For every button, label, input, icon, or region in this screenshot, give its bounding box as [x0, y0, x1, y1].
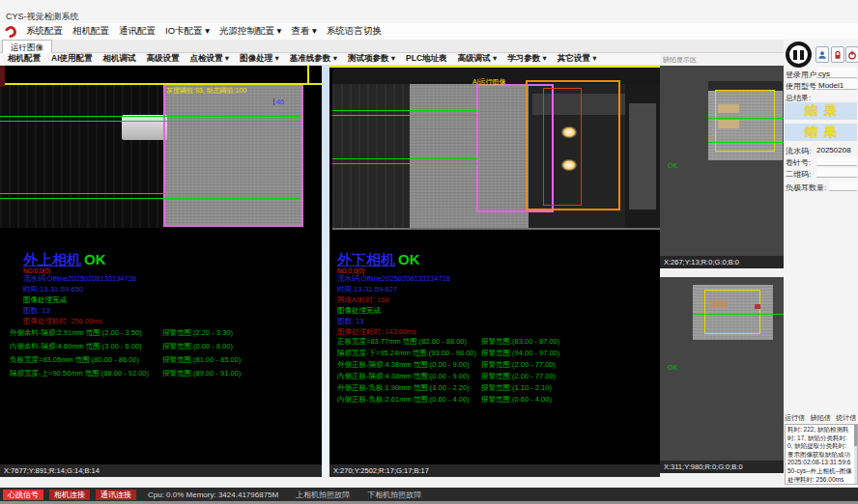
- measurement-row: 外侧正极-隔膜:4.38mm 范围:(0.00 - 9.00)报警范围:(2.0…: [337, 360, 656, 370]
- menu-item-camera-config[interactable]: 相机配置: [72, 25, 109, 38]
- measure-line: [332, 115, 477, 116]
- preview-status-overlay: OK: [668, 162, 677, 169]
- roi-rect-yellow: [704, 290, 760, 334]
- alarm-range: 报警范围:(81.00 - 85.00): [162, 355, 241, 365]
- tool-advanced-debug[interactable]: 高级调试 ▾: [458, 53, 498, 65]
- measurement-value: 外侧正极-负极:1.90mm 范围:(1.00 - 2.20): [337, 383, 470, 392]
- camera-name: 外下相机: [337, 251, 395, 267]
- cursor-readout-upper: X:7677;Y:891;R:14;G:14;B:14: [0, 464, 322, 477]
- login-user-value: cys: [818, 70, 830, 78]
- defect-mark: [755, 304, 760, 309]
- negative-tab-count-label: 负极耳数量:: [786, 182, 826, 193]
- gray-value-marker: 46: [273, 98, 284, 105]
- measurement-row: 内侧正极-负极:2.61mm 范围:(0.60 - 4.00)报警范围:(0.6…: [337, 395, 656, 405]
- cursor-readout-preview-lower: X:311;Y:980;R:0;G:0;B:0: [660, 461, 784, 473]
- lock-icon: [833, 50, 843, 60]
- pause-icon: [800, 50, 804, 60]
- measurement-row: 外侧余料-隔膜:2.91mm 范围:(2.00 - 3.50)报警范围:(2.2…: [10, 328, 319, 338]
- menu-item-view[interactable]: 查看 ▾: [291, 25, 316, 38]
- serial-label: 流水码:: [786, 146, 811, 156]
- menu-item-io-config[interactable]: IO卡配置 ▾: [165, 25, 210, 38]
- power-button[interactable]: [845, 46, 858, 63]
- process-done-line: 图像处理完成: [23, 295, 67, 305]
- machine-part: [629, 103, 656, 210]
- alarm-range: 报警范围:(94.00 - 97.00): [481, 349, 559, 358]
- menu-item-light-config[interactable]: 光源控制配置 ▾: [219, 25, 281, 38]
- defect-preview-upper[interactable]: OK: [660, 66, 784, 256]
- alarm-range: 报警范围:(83.00 - 87.00): [481, 337, 559, 347]
- window-title: CYS-视觉检测系统: [6, 12, 79, 21]
- cursor-readout-lower: X:270;Y:2502;R:17;G:17;B:17: [329, 464, 660, 477]
- lock-button[interactable]: [831, 46, 844, 63]
- frame-count-line: 图数: 13: [337, 317, 364, 326]
- roi-rect-red: [543, 88, 582, 206]
- roi-rect-magenta: [163, 84, 303, 227]
- measure-line: [332, 163, 477, 164]
- measure-line: [0, 121, 300, 122]
- winder-pin-field[interactable]: [816, 156, 857, 166]
- tool-ai-usage-config[interactable]: AI使用配置: [51, 53, 93, 65]
- tool-image-processing[interactable]: 图像处理 ▾: [240, 53, 279, 65]
- serial-line: 流水码:Offline20250208133134728: [23, 274, 136, 284]
- measurement-value: 内侧余料-隔膜:4.60mm 范围:(3.00 - 6.00): [10, 342, 142, 350]
- result-ok: OK: [398, 251, 420, 267]
- menu-item-language-switch[interactable]: 系统语言切换: [327, 25, 382, 38]
- camera-view-lower[interactable]: AI运行图像 外下相机OK NG:0;0(0) 流水码:Offline20250…: [329, 66, 660, 464]
- tool-learning-params[interactable]: 学习参数 ▾: [507, 53, 547, 65]
- qrcode-label: 二维码:: [786, 169, 811, 180]
- tool-camera-config[interactable]: 相机配置: [8, 53, 41, 65]
- measurement-value: 外侧余料-隔膜:2.91mm 范围:(2.00 - 3.50): [10, 328, 142, 337]
- tool-other-settings[interactable]: 其它设置 ▾: [558, 53, 597, 65]
- info-scrollbar[interactable]: [854, 425, 857, 484]
- info-log-box[interactable]: 耗时: 222, 缺陷检测耗时: 17, 缺陷分类耗时: 0, 缺陷提取分类耗时…: [785, 424, 858, 485]
- tool-baseline-params[interactable]: 基准线参数 ▾: [290, 53, 337, 65]
- titlebar: CYS-视觉检测系统: [0, 0, 858, 23]
- ai-image-overlay: AI运行图像: [472, 77, 506, 87]
- measurement-row: 隔膜宽度-下=95.24mm 范围:(93.00 - 98.00)报警范围:(9…: [337, 349, 656, 358]
- menu-item-system-config[interactable]: 系统配置: [26, 25, 63, 38]
- qrcode-field[interactable]: [816, 168, 857, 178]
- left-edge-marker: [0, 66, 5, 87]
- user-button[interactable]: [815, 46, 829, 63]
- pause-icon: [793, 50, 797, 60]
- process-done-line: 图像处理完成: [337, 306, 381, 316]
- menu-item-comm-config[interactable]: 通讯配置: [119, 25, 156, 38]
- tool-advanced-settings[interactable]: 高级设置: [147, 53, 180, 65]
- serial-line: 流水码:Offline20250208133134728: [337, 274, 450, 284]
- baseline-yellow-h: [0, 83, 322, 85]
- measure-line: [708, 142, 784, 143]
- app-logo-icon: [3, 23, 18, 39]
- measurement-value: 正极宽度=83.77mm 范围:(82.00 - 88.00): [337, 337, 467, 346]
- tool-spot-check[interactable]: 点检设置 ▾: [190, 53, 230, 65]
- image-left-band: [332, 84, 410, 228]
- camera-view-upper[interactable]: 灰度阈值:93, 动态阈值:100 46 外上相机OK NG:0;0(0) 流水…: [0, 66, 322, 464]
- measurement-row: 内侧余料-隔膜:4.60mm 范围:(3.00 - 6.00)报警范围:(0.0…: [10, 342, 319, 351]
- measurement-value: 隔膜宽度-上=90.56mm 范围:(88.00 - 92.00): [10, 369, 149, 378]
- connector-tab-image: [122, 115, 167, 140]
- defect-preview-lower[interactable]: OK: [660, 277, 784, 461]
- serial-value: 20250208: [816, 146, 851, 154]
- time-line: 时间:13-31-59-627: [337, 285, 397, 294]
- alarm-range: 报警范围:(89.00 - 91.00): [162, 369, 241, 378]
- result-indicator-upper: 结果: [785, 102, 857, 120]
- pause-button[interactable]: [786, 42, 812, 68]
- alarm-range: 报警范围:(2.00 - 77.00): [481, 372, 556, 381]
- tab-run-image[interactable]: 运行图像: [2, 40, 52, 53]
- ng-counter: NG:0;0(0): [337, 267, 365, 274]
- measure-line: [708, 118, 784, 119]
- model-label: 使用型号:: [786, 81, 818, 92]
- tab-bar: 运行图像: [0, 40, 858, 53]
- alarm-range: 报警范围:(0.00 - 8.00): [162, 342, 233, 351]
- camera-name: 外上相机: [23, 251, 81, 267]
- measure-line: [0, 116, 300, 117]
- tool-test-params[interactable]: 测试项参数 ▾: [348, 53, 395, 65]
- camera-link-badge: 相机连接: [49, 490, 90, 500]
- measure-line: [332, 158, 477, 159]
- tool-camera-debug[interactable]: 相机调试: [103, 53, 136, 65]
- measurement-row: 隔膜宽度-上=90.56mm 范围:(88.00 - 92.00)报警范围:(8…: [10, 369, 319, 378]
- alarm-range: 报警范围:(0.60 - 4.00): [481, 395, 552, 405]
- negative-tab-count-field[interactable]: [829, 182, 857, 191]
- tab-mark: [718, 104, 739, 113]
- alarm-range: 报警范围:(1.10 - 2.10): [481, 383, 552, 393]
- tool-plc-address[interactable]: PLC地址表: [406, 53, 447, 65]
